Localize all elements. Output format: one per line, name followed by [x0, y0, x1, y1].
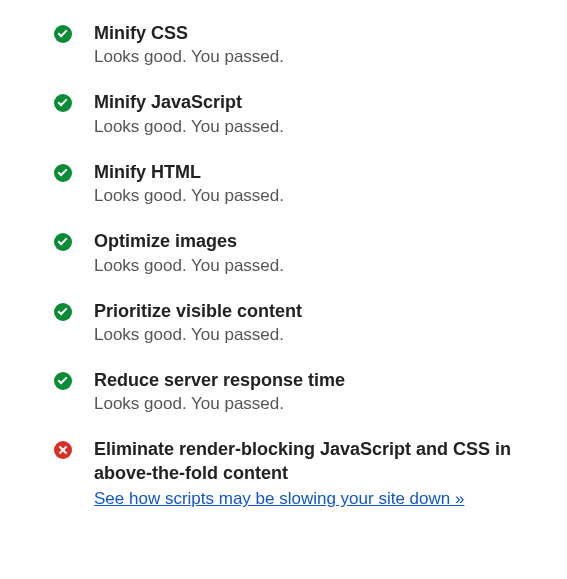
- check-circle-icon: [54, 164, 72, 182]
- rule-text: Optimize images Looks good. You passed.: [94, 230, 543, 275]
- rule-subtitle: Looks good. You passed.: [94, 325, 543, 345]
- status-icon-col: [24, 91, 94, 117]
- rule-text: Minify HTML Looks good. You passed.: [94, 161, 543, 206]
- rule-subtitle: Looks good. You passed.: [94, 47, 543, 67]
- rule-text: Minify CSS Looks good. You passed.: [94, 22, 543, 67]
- rule-subtitle: Looks good. You passed.: [94, 256, 543, 276]
- status-icon-col: [24, 161, 94, 187]
- rule-title: Reduce server response time: [94, 369, 543, 392]
- rule-item: Minify CSS Looks good. You passed.: [24, 12, 543, 81]
- status-icon-col: [24, 438, 94, 464]
- rule-item: Optimize images Looks good. You passed.: [24, 220, 543, 289]
- status-icon-col: [24, 300, 94, 326]
- rule-text: Minify JavaScript Looks good. You passed…: [94, 91, 543, 136]
- rule-subtitle: Looks good. You passed.: [94, 186, 543, 206]
- check-circle-icon: [54, 372, 72, 390]
- check-circle-icon: [54, 233, 72, 251]
- status-icon-col: [24, 22, 94, 48]
- rule-title: Minify CSS: [94, 22, 543, 45]
- rule-title: Minify JavaScript: [94, 91, 543, 114]
- rule-text: Eliminate render-blocking JavaScript and…: [94, 438, 543, 511]
- rule-item: Minify HTML Looks good. You passed.: [24, 151, 543, 220]
- check-circle-icon: [54, 94, 72, 112]
- rule-title: Eliminate render-blocking JavaScript and…: [94, 438, 543, 485]
- rule-subtitle: Looks good. You passed.: [94, 394, 543, 414]
- rule-item: Prioritize visible content Looks good. Y…: [24, 290, 543, 359]
- check-circle-icon: [54, 303, 72, 321]
- check-circle-icon: [54, 25, 72, 43]
- rule-text: Reduce server response time Looks good. …: [94, 369, 543, 414]
- x-circle-icon: [54, 441, 72, 459]
- status-icon-col: [24, 230, 94, 256]
- rule-help-link[interactable]: See how scripts may be slowing your site…: [94, 489, 464, 508]
- rule-item: Minify JavaScript Looks good. You passed…: [24, 81, 543, 150]
- rule-title: Prioritize visible content: [94, 300, 543, 323]
- rule-item: Eliminate render-blocking JavaScript and…: [24, 428, 543, 525]
- rule-subtitle: Looks good. You passed.: [94, 117, 543, 137]
- rule-title: Minify HTML: [94, 161, 543, 184]
- rule-text: Prioritize visible content Looks good. Y…: [94, 300, 543, 345]
- rule-item: Reduce server response time Looks good. …: [24, 359, 543, 428]
- rule-title: Optimize images: [94, 230, 543, 253]
- status-icon-col: [24, 369, 94, 395]
